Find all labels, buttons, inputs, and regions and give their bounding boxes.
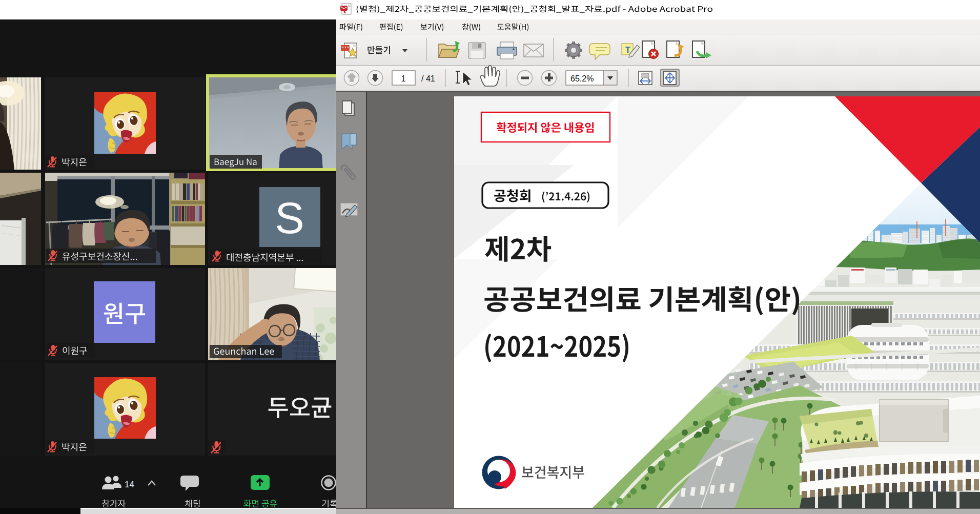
svg-text:T: T [625, 46, 630, 54]
svg-text:1: 1 [401, 74, 406, 83]
svg-text:/ 41: / 41 [421, 74, 435, 83]
svg-text:14: 14 [125, 480, 134, 489]
svg-text:S: S [275, 193, 304, 242]
svg-text:65.2%: 65.2% [570, 74, 594, 83]
